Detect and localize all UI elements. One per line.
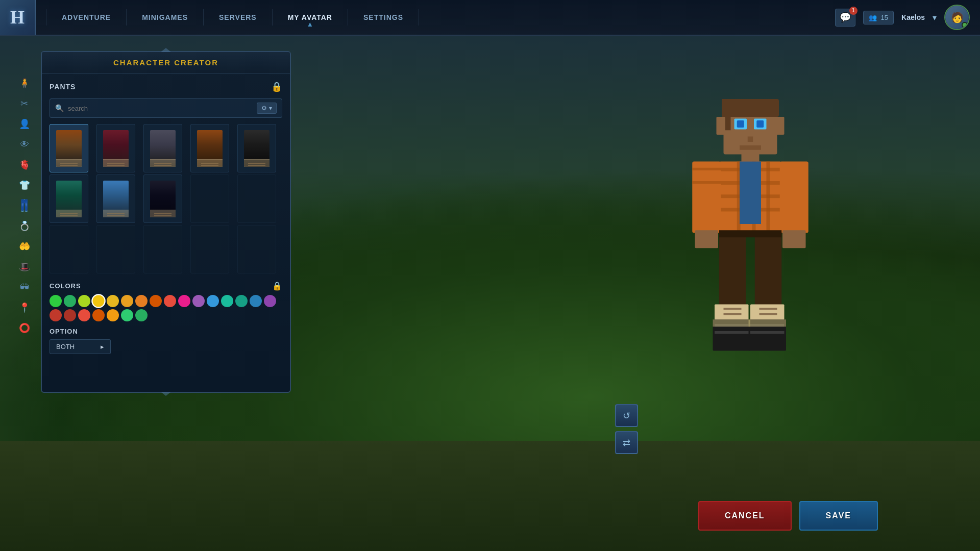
color-swatch-17[interactable] bbox=[64, 309, 76, 321]
item-cell-2[interactable] bbox=[96, 124, 135, 172]
item-visual-6 bbox=[56, 181, 82, 217]
user-avatar[interactable]: 🧑 bbox=[944, 5, 970, 30]
color-swatch-16[interactable] bbox=[50, 309, 62, 321]
option-dropdown[interactable]: BOTH ▸ bbox=[50, 339, 111, 354]
color-swatch-20[interactable] bbox=[107, 309, 119, 321]
nav-adventure[interactable]: ADVENTURE bbox=[46, 9, 127, 26]
nav-settings[interactable]: SETTINGS bbox=[348, 9, 419, 26]
sidebar-icon-scissors[interactable]: ✂ bbox=[15, 94, 34, 113]
friends-icon: 👥 bbox=[869, 14, 877, 21]
color-swatch-18[interactable] bbox=[78, 309, 90, 321]
svg-rect-8 bbox=[775, 117, 785, 135]
sidebar-icon-pin[interactable]: 📍 bbox=[15, 298, 34, 317]
nav-servers[interactable]: SERVERS bbox=[204, 9, 273, 26]
item-cell-13[interactable] bbox=[143, 225, 182, 273]
sidebar-icon-hat[interactable]: 🎩 bbox=[15, 258, 34, 276]
item-cell-15[interactable] bbox=[237, 225, 276, 273]
character-display bbox=[648, 41, 852, 500]
color-swatch-12[interactable] bbox=[221, 295, 233, 307]
item-cell-14[interactable] bbox=[190, 225, 229, 273]
colors-title: COLORS bbox=[50, 282, 81, 290]
item-cell-11[interactable] bbox=[50, 225, 88, 273]
nav-my-avatar[interactable]: MY AVATAR bbox=[273, 9, 348, 26]
svg-rect-35 bbox=[724, 313, 742, 315]
sidebar-icon-body[interactable]: 🧍 bbox=[15, 74, 34, 92]
color-swatch-5[interactable] bbox=[121, 295, 133, 307]
items-grid bbox=[50, 124, 282, 273]
chat-button[interactable]: 💬 1 bbox=[835, 9, 855, 27]
color-swatch-22[interactable] bbox=[135, 309, 148, 321]
sidebar-icon-pants[interactable]: 👖 bbox=[15, 196, 34, 215]
top-navigation: H ADVENTURE MINIGAMES SERVERS MY AVATAR … bbox=[0, 0, 980, 36]
refresh-icon: ↺ bbox=[623, 410, 630, 421]
color-swatch-0[interactable] bbox=[50, 295, 62, 307]
color-swatch-6[interactable] bbox=[135, 295, 148, 307]
username-label: Kaelos bbox=[901, 13, 925, 21]
search-icon: 🔍 bbox=[55, 104, 64, 112]
lock-icon: 🔒 bbox=[271, 81, 282, 92]
refresh-button[interactable]: ↺ bbox=[615, 404, 638, 427]
option-value: BOTH bbox=[56, 343, 75, 350]
item-cell-3[interactable] bbox=[143, 124, 182, 172]
item-cell-5[interactable] bbox=[237, 124, 276, 172]
svg-rect-25 bbox=[692, 181, 721, 184]
color-swatch-21[interactable] bbox=[121, 309, 133, 321]
friends-count: 15 bbox=[881, 14, 888, 21]
nav-minigames[interactable]: MINIGAMES bbox=[127, 9, 204, 26]
color-swatches bbox=[50, 295, 282, 321]
svg-rect-45 bbox=[749, 319, 787, 327]
color-swatch-19[interactable] bbox=[92, 309, 105, 321]
sidebar-icon-accessory[interactable]: 💍 bbox=[15, 217, 34, 235]
sidebar-icon-torso[interactable]: 🫀 bbox=[15, 156, 34, 174]
item-cell-10[interactable] bbox=[237, 174, 276, 223]
item-cell-4[interactable] bbox=[190, 124, 229, 172]
color-swatch-3[interactable] bbox=[91, 294, 106, 308]
svg-rect-31 bbox=[719, 230, 782, 237]
color-swatch-4[interactable] bbox=[107, 295, 119, 307]
color-swatch-15[interactable] bbox=[264, 295, 276, 307]
svg-rect-26 bbox=[695, 230, 719, 248]
bottom-buttons: CANCEL SAVE bbox=[698, 501, 878, 531]
sidebar-icon-outfit[interactable]: 👕 bbox=[15, 176, 34, 194]
nav-right: 💬 1 👥 15 Kaelos ▾ 🧑 bbox=[835, 5, 980, 30]
character-creator-panel: CHARACTER CREATOR PANTS 🔒 🔍 ⚙ ▾ COLORS 🔒 bbox=[41, 51, 291, 393]
dropdown-arrow[interactable]: ▾ bbox=[933, 13, 937, 22]
color-swatch-14[interactable] bbox=[250, 295, 262, 307]
sidebar-icons: 🧍✂👤👁🫀👕👖💍🤲🎩🕶📍⭕ bbox=[10, 51, 38, 393]
svg-rect-10 bbox=[740, 145, 761, 150]
color-swatch-2[interactable] bbox=[78, 295, 90, 307]
friends-area[interactable]: 👥 15 bbox=[863, 11, 894, 24]
sidebar-icon-face[interactable]: 👤 bbox=[15, 115, 34, 133]
item-visual-4 bbox=[197, 130, 223, 167]
shuffle-button[interactable]: ⇄ bbox=[615, 431, 638, 454]
filter-button[interactable]: ⚙ ▾ bbox=[257, 103, 277, 114]
shuffle-icon: ⇄ bbox=[623, 437, 630, 448]
color-swatch-10[interactable] bbox=[192, 295, 205, 307]
cancel-button[interactable]: CANCEL bbox=[698, 501, 792, 531]
sidebar-icon-circle[interactable]: ⭕ bbox=[15, 319, 34, 337]
color-swatch-11[interactable] bbox=[207, 295, 219, 307]
item-cell-7[interactable] bbox=[96, 174, 135, 223]
color-swatch-9[interactable] bbox=[178, 295, 190, 307]
sidebar-icon-glasses[interactable]: 🕶 bbox=[15, 278, 34, 296]
color-swatch-7[interactable] bbox=[150, 295, 162, 307]
minecraft-character bbox=[661, 92, 840, 449]
sidebar-icon-gloves[interactable]: 🤲 bbox=[15, 237, 34, 256]
search-input[interactable] bbox=[68, 105, 253, 112]
item-cell-9[interactable] bbox=[190, 174, 229, 223]
item-cell-6[interactable] bbox=[50, 174, 88, 223]
svg-rect-29 bbox=[719, 231, 746, 312]
svg-rect-27 bbox=[780, 162, 808, 233]
save-button[interactable]: SAVE bbox=[799, 501, 878, 531]
item-visual-5 bbox=[244, 130, 270, 167]
item-cell-12[interactable] bbox=[96, 225, 135, 273]
logo[interactable]: H bbox=[0, 0, 36, 35]
item-cell-1[interactable] bbox=[50, 124, 88, 172]
item-cell-8[interactable] bbox=[143, 174, 182, 223]
section-title: PANTS bbox=[50, 83, 76, 91]
color-swatch-13[interactable] bbox=[235, 295, 248, 307]
color-swatch-1[interactable] bbox=[64, 295, 76, 307]
option-title: OPTION bbox=[50, 328, 282, 335]
color-swatch-8[interactable] bbox=[164, 295, 176, 307]
sidebar-icon-eye[interactable]: 👁 bbox=[15, 135, 34, 154]
